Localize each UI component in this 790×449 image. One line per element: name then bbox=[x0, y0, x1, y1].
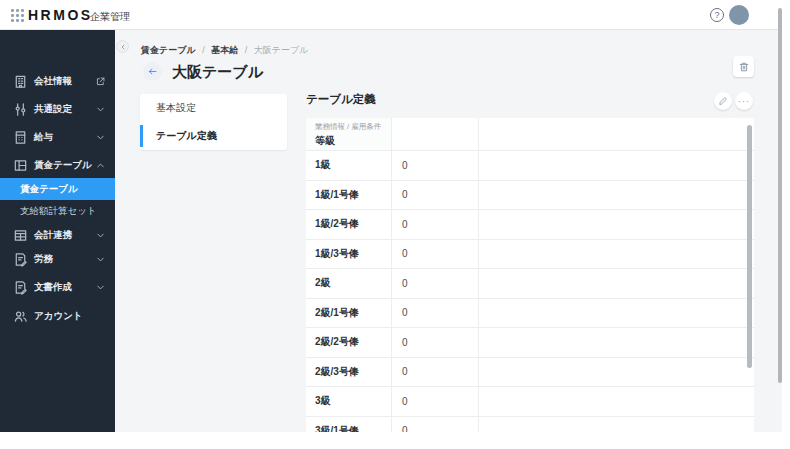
chevron-down-icon bbox=[95, 230, 106, 241]
sliders-icon bbox=[13, 102, 28, 117]
sidebar-item-label: 共通設定 bbox=[34, 103, 72, 116]
arrow-left-icon bbox=[147, 66, 158, 77]
chevron-left-icon bbox=[119, 43, 127, 51]
table-definition-card: 業務情報 / 雇用条件 等級 1級 0 1級/1号俸 0 1級/2号俸 0 1級… bbox=[306, 118, 754, 432]
breadcrumb-wage-table[interactable]: 賃金テーブル bbox=[141, 45, 196, 55]
sidebar-item-wage-table[interactable]: 賃金テーブル bbox=[0, 153, 115, 177]
chevron-up-icon bbox=[95, 160, 106, 171]
subnav-item-basic-settings[interactable]: 基本設定 bbox=[140, 94, 287, 122]
grade-label: 1級/2号俸 bbox=[306, 210, 392, 239]
subnav-card: 基本設定 テーブル定義 bbox=[140, 94, 287, 150]
grade-label: 1級/3号俸 bbox=[306, 240, 392, 269]
sidebar-item-label: 給与 bbox=[34, 131, 53, 144]
chevron-down-icon bbox=[95, 282, 106, 293]
sidebar-item-labor[interactable]: 労務 bbox=[0, 247, 115, 271]
grade-value: 0 bbox=[392, 387, 479, 416]
grade-label: 3級 bbox=[306, 387, 392, 416]
grade-value: 0 bbox=[392, 240, 479, 269]
trash-icon bbox=[738, 61, 750, 73]
building-icon bbox=[13, 74, 28, 89]
grade-value: 0 bbox=[392, 210, 479, 239]
sidebar-item-accounting-link[interactable]: 会計連携 bbox=[0, 223, 115, 247]
grade-label: 2級/1号俸 bbox=[306, 299, 392, 328]
grade-value: 0 bbox=[392, 269, 479, 298]
table-header-row: 業務情報 / 雇用条件 等級 bbox=[306, 118, 754, 151]
sidebar-item-payroll[interactable]: 給与 bbox=[0, 125, 115, 149]
page-scrollbar[interactable] bbox=[778, 8, 782, 383]
sidebar-collapse-button[interactable] bbox=[116, 40, 129, 53]
grade-label: 1級/1号俸 bbox=[306, 181, 392, 210]
sidebar-subitem-wage-table[interactable]: 賃金テーブル bbox=[0, 178, 115, 200]
grade-value: 0 bbox=[392, 299, 479, 328]
chevron-down-icon bbox=[95, 104, 106, 115]
grade-label: 2級 bbox=[306, 269, 392, 298]
page-title: 大阪テーブル bbox=[172, 63, 263, 82]
external-link-icon bbox=[95, 76, 106, 87]
grade-value: 0 bbox=[392, 417, 479, 433]
table-row[interactable]: 1級/3号俸 0 bbox=[306, 240, 754, 270]
panel-title: テーブル定義 bbox=[306, 92, 376, 107]
sidebar-item-document-creation[interactable]: 文書作成 bbox=[0, 275, 115, 299]
sidebar-item-label: 会社情報 bbox=[34, 75, 72, 88]
grade-value: 0 bbox=[392, 328, 479, 357]
sidebar-item-company-info[interactable]: 会社情報 bbox=[0, 69, 115, 93]
sidebar-item-label: アカウント bbox=[34, 310, 83, 323]
breadcrumb-separator: / bbox=[202, 45, 205, 55]
grade-label: 3級/1号俸 bbox=[306, 417, 392, 433]
avatar[interactable] bbox=[729, 5, 749, 25]
product-name: 企業管理 bbox=[90, 10, 130, 24]
document-edit-icon bbox=[13, 280, 28, 295]
sidebar-subitem-label: 支給額計算セット bbox=[20, 205, 97, 218]
table-icon bbox=[13, 158, 28, 173]
table-row[interactable]: 2級/3号俸 0 bbox=[306, 358, 754, 388]
table-row[interactable]: 1級/1号俸 0 bbox=[306, 181, 754, 211]
table-row[interactable]: 1級/2号俸 0 bbox=[306, 210, 754, 240]
subnav-item-label: 基本設定 bbox=[156, 101, 196, 115]
document-edit-icon bbox=[13, 252, 28, 267]
table-header-cell: 業務情報 / 雇用条件 等級 bbox=[306, 118, 392, 150]
sidebar-item-common-settings[interactable]: 共通設定 bbox=[0, 97, 115, 121]
table-row[interactable]: 3級/1号俸 0 bbox=[306, 417, 754, 433]
breadcrumb-base-pay[interactable]: 基本給 bbox=[211, 45, 238, 55]
subnav-item-table-definition[interactable]: テーブル定義 bbox=[140, 122, 287, 150]
table-scrollbar[interactable] bbox=[747, 125, 752, 368]
table-row[interactable]: 3級 0 bbox=[306, 387, 754, 417]
more-options-button[interactable]: ··· bbox=[735, 92, 753, 110]
delete-button[interactable] bbox=[733, 56, 754, 77]
grade-value: 0 bbox=[392, 181, 479, 210]
table-header-value-cell bbox=[392, 118, 479, 150]
sidebar-item-label: 労務 bbox=[34, 253, 53, 266]
sidebar-item-label: 文書作成 bbox=[34, 281, 72, 294]
top-header: HRMOS 企業管理 ? bbox=[0, 0, 782, 30]
grade-label: 2級/3号俸 bbox=[306, 358, 392, 387]
sidebar-subitem-payment-calc-set[interactable]: 支給額計算セット bbox=[0, 200, 115, 222]
breadcrumb: 賃金テーブル / 基本給 / 大阪テーブル bbox=[141, 44, 308, 57]
table-row[interactable]: 2級 0 bbox=[306, 269, 754, 299]
table-row[interactable]: 1級 0 bbox=[306, 151, 754, 181]
sidebar: 会社情報 共通設定 給与 bbox=[0, 30, 115, 432]
table-row[interactable]: 2級/2号俸 0 bbox=[306, 328, 754, 358]
table-header-category: 業務情報 / 雇用条件 bbox=[315, 122, 391, 132]
grade-value: 0 bbox=[392, 151, 479, 180]
chevron-down-icon bbox=[95, 132, 106, 143]
help-icon[interactable]: ? bbox=[710, 8, 724, 22]
grade-value: 0 bbox=[392, 358, 479, 387]
calculator-icon bbox=[13, 130, 28, 145]
back-button[interactable] bbox=[143, 62, 162, 81]
edit-button[interactable] bbox=[714, 92, 732, 110]
sidebar-item-label: 賃金テーブル bbox=[34, 159, 92, 172]
table-row[interactable]: 2級/1号俸 0 bbox=[306, 299, 754, 329]
table-header-axis: 等級 bbox=[315, 134, 391, 148]
spreadsheet-icon bbox=[13, 228, 28, 243]
grade-label: 2級/2号俸 bbox=[306, 328, 392, 357]
chevron-down-icon bbox=[95, 254, 106, 265]
sidebar-item-label: 会計連携 bbox=[34, 229, 72, 242]
pencil-icon bbox=[718, 96, 728, 106]
sidebar-item-account[interactable]: アカウント bbox=[0, 304, 115, 328]
app-grid-icon[interactable] bbox=[11, 9, 24, 22]
breadcrumb-current: 大阪テーブル bbox=[254, 45, 309, 55]
users-icon bbox=[13, 309, 28, 324]
breadcrumb-separator: / bbox=[245, 45, 248, 55]
subnav-item-label: テーブル定義 bbox=[156, 129, 217, 143]
sidebar-subitem-label: 賃金テーブル bbox=[20, 183, 78, 196]
